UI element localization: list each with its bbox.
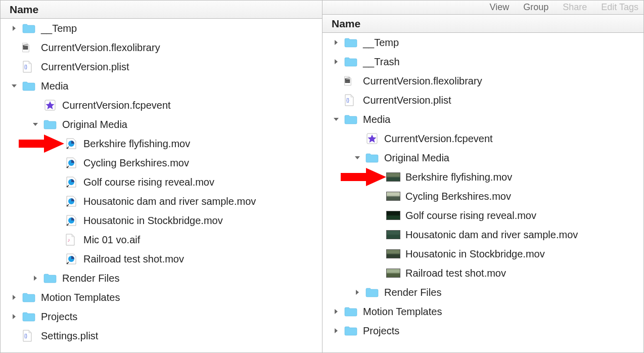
tree-row-label: Projects [41,311,77,323]
disclosure-triangle-icon[interactable] [31,120,40,129]
tree-row[interactable]: Housatonic in Stockbridge.mov [323,244,643,263]
tree-row[interactable]: Cycling Berkshires.mov [323,187,643,206]
tree-row[interactable]: 🎬CurrentVersion.flexolibrary [1,38,322,57]
tree-row[interactable]: Cycling Berkshires.mov [1,153,322,172]
tree-row[interactable]: 🎬CurrentVersion.flexolibrary [323,71,643,91]
disclosure-triangle-icon[interactable] [10,312,19,321]
tree-row[interactable]: Railroad test shot.mov [323,263,643,283]
tree-row-label: CurrentVersion.flexolibrary [41,42,160,54]
disclosure-triangle-icon[interactable] [31,274,40,283]
tree-row-label: Housatonic dam and river sample.mov [83,196,256,207]
tree-row[interactable]: CurrentVersion.fcpevent [323,129,643,148]
flexolibrary-icon: 🎬 [22,42,36,53]
video-thumbnail-icon [386,229,400,240]
fcpevent-icon [365,133,379,144]
tree-row-label: Mic 01 vo.aif [83,234,140,246]
folder-icon [22,292,36,303]
tree-row-label: Render Files [384,287,441,298]
tree-row[interactable]: Media [323,110,643,129]
tree-row-label: __Trash [363,56,400,68]
folder-icon [22,23,36,34]
tree-row[interactable]: Golf course rising reveal.mov [1,172,322,192]
plist-icon: {} [22,61,36,72]
disclosure-triangle-icon[interactable] [332,326,341,335]
quicktime-alias-icon [64,176,78,188]
tree-row[interactable]: Railroad test shot.mov [1,249,322,269]
tree-row[interactable]: Projects [1,307,322,326]
tree-row[interactable]: Media [1,76,322,96]
tree-row[interactable]: ♪Mic 01 vo.aif [1,230,322,249]
video-thumbnail-icon [386,268,400,279]
tree-row[interactable]: Golf course rising reveal.mov [323,206,643,225]
tree-row-label: Settings.plist [41,330,98,342]
toolbar-group[interactable]: Group [523,2,548,13]
tree-left[interactable]: __Temp🎬CurrentVersion.flexolibrary{}Curr… [1,19,322,352]
tree-row-label: Berkshire flyfishing.mov [83,138,190,150]
plist-icon: {} [344,95,358,106]
tree-row[interactable]: CurrentVersion.fcpevent [1,96,322,115]
disclosure-triangle-icon[interactable] [353,288,362,297]
tree-row[interactable]: Housatonic dam and river sample.mov [323,225,643,244]
quicktime-alias-icon [64,253,78,264]
tree-row[interactable]: Render Files [1,269,322,288]
tree-row-label: Housatonic in Stockbridge.mov [405,248,545,260]
pane-left: Name __Temp🎬CurrentVersion.flexolibrary{… [0,0,322,353]
toolbar-share[interactable]: Share [563,2,587,13]
folder-icon [344,325,358,336]
tree-row-label: Housatonic in Stockbridge.mov [83,215,223,227]
disclosure-triangle-icon[interactable] [10,24,19,33]
tree-row[interactable]: {}Settings.plist [1,326,322,345]
tree-row-label: Original Media [62,119,127,130]
toolbar: View Group Share Edit Tags [323,1,643,15]
folder-icon [365,287,379,298]
column-header[interactable]: Name [1,1,322,19]
disclosure-triangle-icon[interactable] [10,293,19,302]
tree-row[interactable]: Berkshire flyfishing.mov [323,167,643,187]
disclosure-triangle-icon[interactable] [332,307,341,316]
column-header[interactable]: Name [323,15,643,33]
tree-row[interactable]: __Temp [1,19,322,38]
tree-row[interactable]: __Trash [323,52,643,71]
tree-row-label: Cycling Berkshires.mov [405,191,511,202]
tree-right[interactable]: __Temp__Trash🎬CurrentVersion.flexolibrar… [323,33,643,352]
tree-row[interactable]: Housatonic dam and river sample.mov [1,192,322,211]
quicktime-alias-icon [64,196,78,207]
disclosure-triangle-icon[interactable] [332,57,341,66]
tree-row[interactable]: Render Files [323,283,643,302]
tree-row[interactable]: Original Media [323,148,643,167]
video-thumbnail-icon [386,210,400,221]
tree-row-label: Cycling Berkshires.mov [83,157,189,169]
column-header-name: Name [10,4,38,16]
disclosure-triangle-icon[interactable] [353,153,362,162]
disclosure-triangle-icon[interactable] [332,38,341,47]
tree-row[interactable]: Housatonic in Stockbridge.mov [1,211,322,230]
tree-row[interactable]: {}CurrentVersion.plist [323,91,643,110]
folder-icon [344,114,358,125]
toolbar-edit-tags[interactable]: Edit Tags [601,2,638,13]
tree-row[interactable]: Berkshire flyfishing.mov [1,134,322,153]
tree-row[interactable]: {}CurrentVersion.plist [1,57,322,76]
toolbar-view[interactable]: View [490,2,510,13]
disclosure-triangle-icon[interactable] [332,115,341,124]
plist-icon: {} [22,330,36,341]
quicktime-alias-icon [64,157,78,168]
tree-row-label: CurrentVersion.plist [363,95,451,106]
quicktime-alias-icon [64,138,78,149]
tree-row[interactable]: __Temp [323,33,643,52]
tree-row-label: CurrentVersion.fcpevent [62,100,171,111]
quicktime-alias-icon [64,215,78,226]
video-thumbnail-icon [386,171,400,183]
tree-row[interactable]: Original Media [1,115,322,134]
tree-row[interactable]: Projects [323,321,643,340]
folder-icon [344,37,358,48]
tree-row-label: CurrentVersion.plist [41,61,129,73]
annotation-arrow [19,135,64,153]
folder-icon [43,273,57,284]
tree-row-label: Motion Templates [41,292,120,303]
tree-row-label: Golf course rising reveal.mov [83,176,214,188]
tree-row[interactable]: Motion Templates [323,302,643,321]
disclosure-triangle-icon[interactable] [10,81,19,91]
tree-row-label: Railroad test shot.mov [405,268,506,279]
video-thumbnail-icon [386,191,400,202]
tree-row[interactable]: Motion Templates [1,288,322,307]
